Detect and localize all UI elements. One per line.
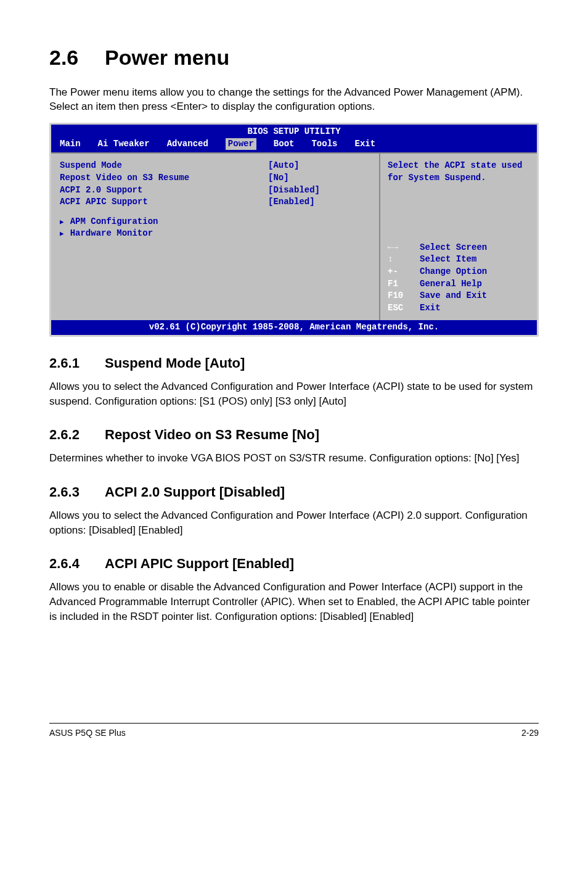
- bios-title: BIOS SETUP UTILITY: [51, 125, 537, 138]
- subsection-body: Allows you to enable or disable the Adva…: [49, 580, 539, 624]
- bios-option-acpi20[interactable]: ACPI 2.0 Support [Disabled]: [60, 184, 373, 197]
- bios-nav-key: ↕: [388, 254, 414, 266]
- bios-body: Suspend Mode [Auto] Repost Video on S3 R…: [51, 152, 537, 320]
- subsection-title: ACPI 2.0 Support [Disabled]: [105, 484, 285, 500]
- bios-option-label: ACPI APIC Support: [60, 196, 268, 208]
- bios-nav-key: F10: [388, 290, 414, 302]
- bios-options-panel: Suspend Mode [Auto] Repost Video on S3 R…: [51, 154, 380, 320]
- bios-tab-power[interactable]: Power: [226, 138, 256, 151]
- bios-option-acpi-apic[interactable]: ACPI APIC Support [Enabled]: [60, 196, 373, 208]
- subsection-number: 2.6.1: [49, 354, 105, 373]
- bios-tab-boot[interactable]: Boot: [274, 138, 295, 151]
- bios-nav-key: F1: [388, 278, 414, 291]
- bios-option-label: Repost Video on S3 Resume: [60, 172, 268, 184]
- section-number: 2.6: [49, 43, 105, 73]
- bios-nav-key: ←→: [388, 242, 414, 254]
- bios-tab-bar: Main Ai Tweaker Advanced Power Boot Tool…: [51, 138, 537, 153]
- subsection-title: ACPI APIC Support [Enabled]: [105, 556, 294, 571]
- subsection-body: Determines whether to invoke VGA BIOS PO…: [49, 451, 539, 466]
- bios-submenu-apm[interactable]: APM Configuration: [60, 216, 373, 228]
- bios-screenshot: BIOS SETUP UTILITY Main Ai Tweaker Advan…: [49, 123, 539, 337]
- bios-option-value: [Auto]: [268, 160, 373, 172]
- bios-option-label: Suspend Mode: [60, 160, 268, 172]
- bios-nav-label: Select Item: [420, 254, 476, 266]
- subsection-number: 2.6.2: [49, 426, 105, 445]
- subsection-number: 2.6.4: [49, 555, 105, 574]
- spacer: [60, 208, 373, 216]
- section-intro: The Power menu items allow you to change…: [49, 85, 539, 115]
- bios-option-value: [Disabled]: [268, 184, 373, 197]
- section-title: Power menu: [105, 46, 229, 69]
- footer-right: 2-29: [521, 727, 539, 740]
- bios-nav-label: Select Screen: [420, 242, 487, 254]
- subsection-number: 2.6.3: [49, 483, 105, 502]
- bios-nav-key: ESC: [388, 302, 414, 315]
- subsection-heading: 2.6.1Suspend Mode [Auto]: [49, 354, 539, 373]
- subsection-title: Repost Video on S3 Resume [No]: [105, 427, 319, 442]
- bios-tab-advanced[interactable]: Advanced: [167, 138, 208, 151]
- bios-submenu-label: Hardware Monitor: [70, 228, 153, 238]
- bios-tab-exit[interactable]: Exit: [354, 138, 375, 151]
- subsection-heading: 2.6.4ACPI APIC Support [Enabled]: [49, 555, 539, 574]
- bios-nav-label: General Help: [420, 278, 482, 291]
- bios-nav-line: ESCExit: [388, 302, 529, 315]
- bios-nav-line: F1General Help: [388, 278, 529, 291]
- bios-nav-label: Save and Exit: [420, 290, 487, 302]
- subsection-heading: 2.6.3ACPI 2.0 Support [Disabled]: [49, 483, 539, 502]
- bios-help-panel: Select the ACPI state used for System Su…: [380, 154, 537, 320]
- bios-nav-label: Change Option: [420, 266, 487, 278]
- bios-option-value: [No]: [268, 172, 373, 184]
- bios-tab-main[interactable]: Main: [60, 138, 81, 151]
- bios-option-suspend-mode[interactable]: Suspend Mode [Auto]: [60, 160, 373, 172]
- bios-submenu-label: APM Configuration: [70, 217, 158, 226]
- bios-submenu-hardware-monitor[interactable]: Hardware Monitor: [60, 228, 373, 240]
- bios-nav-label: Exit: [420, 302, 441, 315]
- bios-option-repost-video[interactable]: Repost Video on S3 Resume [No]: [60, 172, 373, 184]
- bios-nav-key: +-: [388, 266, 414, 278]
- bios-option-label: ACPI 2.0 Support: [60, 184, 268, 197]
- bios-tab-tools[interactable]: Tools: [311, 138, 337, 151]
- footer-left: ASUS P5Q SE Plus: [49, 727, 126, 740]
- bios-tab-ai-tweaker[interactable]: Ai Tweaker: [98, 138, 150, 151]
- bios-help-text: Select the ACPI state used for System Su…: [388, 160, 529, 184]
- subsection-body: Allows you to select the Advanced Config…: [49, 379, 539, 409]
- bios-nav-line: ←→Select Screen: [388, 242, 529, 254]
- bios-nav-help: ←→Select Screen ↕Select Item +-Change Op…: [388, 242, 529, 315]
- bios-nav-line: ↕Select Item: [388, 254, 529, 266]
- bios-option-value: [Enabled]: [268, 196, 373, 208]
- bios-nav-line: +-Change Option: [388, 266, 529, 278]
- subsection-title: Suspend Mode [Auto]: [105, 355, 245, 371]
- subsection-heading: 2.6.2Repost Video on S3 Resume [No]: [49, 426, 539, 445]
- subsection-body: Allows you to select the Advanced Config…: [49, 508, 539, 538]
- page-footer: ASUS P5Q SE Plus 2-29: [49, 723, 539, 740]
- bios-footer: v02.61 (C)Copyright 1985-2008, American …: [51, 320, 537, 335]
- section-heading: 2.6Power menu: [49, 43, 539, 73]
- bios-nav-line: F10Save and Exit: [388, 290, 529, 302]
